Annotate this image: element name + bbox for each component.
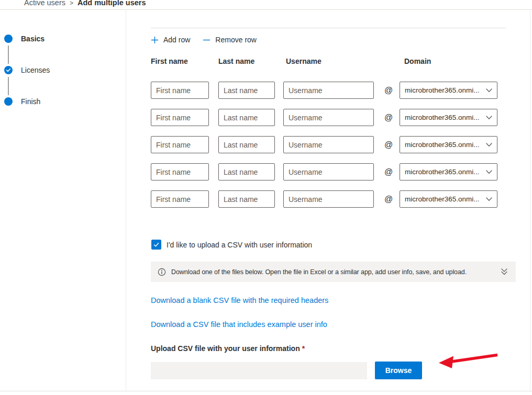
csv-upload-checkbox[interactable]: [151, 240, 161, 250]
top-divider: [0, 9, 532, 10]
at-symbol: @: [382, 109, 395, 126]
at-symbol: @: [382, 136, 395, 153]
sidebar-content-divider: [126, 10, 126, 391]
column-header-first-name: First name: [151, 57, 188, 65]
remove-row-button[interactable]: Remove row: [203, 35, 259, 45]
table-row: @ microbrother365.onmi...: [151, 82, 517, 99]
breadcrumb: Active users > Add multiple users: [24, 0, 146, 7]
column-header-domain: Domain: [404, 57, 431, 65]
last-name-input[interactable]: [218, 136, 275, 153]
at-symbol: @: [382, 163, 395, 180]
username-input[interactable]: [283, 163, 374, 180]
domain-dropdown-value: microbrother365.onmi...: [405, 114, 480, 121]
step-label-basics: Basics: [21, 35, 45, 43]
row-toolbar: Add row Remove row: [151, 35, 259, 45]
minus-icon: [203, 36, 210, 44]
username-input[interactable]: [283, 136, 374, 153]
table-row: @ microbrother365.onmi...: [151, 109, 517, 126]
chevron-down-icon: [486, 143, 492, 147]
wizard-step-finish[interactable]: Finish: [0, 97, 126, 106]
csv-upload-checkbox-row[interactable]: I'd like to upload a CSV with user infor…: [151, 240, 312, 250]
first-name-input[interactable]: [151, 163, 209, 180]
download-example-csv-link[interactable]: Download a CSV file that includes exampl…: [151, 320, 327, 329]
browse-button[interactable]: Browse: [375, 362, 422, 379]
download-blank-csv-link[interactable]: Download a blank CSV file with the requi…: [151, 296, 328, 304]
domain-dropdown[interactable]: microbrother365.onmi...: [400, 163, 497, 180]
domain-dropdown[interactable]: microbrother365.onmi...: [400, 82, 497, 99]
last-name-input[interactable]: [218, 190, 275, 208]
column-header-last-name: Last name: [218, 57, 254, 65]
chevron-down-icon: [486, 88, 492, 93]
csv-file-field[interactable]: [151, 362, 367, 379]
domain-dropdown-value: microbrother365.onmi...: [405, 141, 480, 149]
step-dot-basics: [4, 35, 13, 43]
domain-dropdown-value: microbrother365.onmi...: [405, 195, 480, 203]
username-input[interactable]: [283, 109, 374, 126]
table-row: @ microbrother365.onmi...: [151, 136, 517, 153]
content-top-divider: [151, 28, 506, 28]
double-chevron-down-icon: [501, 268, 508, 276]
wizard-step-licenses[interactable]: Licenses: [0, 66, 126, 74]
add-row-button[interactable]: Add row: [151, 35, 192, 45]
user-rows: @ microbrother365.onmi... @ microbrother…: [151, 82, 517, 218]
domain-dropdown-value: microbrother365.onmi...: [405, 86, 480, 94]
wizard-step-basics[interactable]: Basics: [0, 35, 126, 43]
upload-csv-label-text: Upload CSV file with your user informati…: [151, 344, 300, 353]
first-name-input[interactable]: [151, 136, 209, 153]
at-symbol: @: [382, 190, 395, 208]
column-header-username: Username: [286, 57, 322, 65]
first-name-input[interactable]: [151, 82, 209, 99]
chevron-down-icon: [486, 116, 492, 120]
breadcrumb-current-page: Add multiple users: [77, 0, 146, 7]
remove-row-label: Remove row: [215, 36, 257, 44]
csv-upload-checkbox-label: I'd like to upload a CSV with user infor…: [167, 241, 312, 249]
domain-dropdown[interactable]: microbrother365.onmi...: [400, 109, 497, 126]
upload-csv-label: Upload CSV file with your user informati…: [151, 344, 305, 353]
last-name-input[interactable]: [218, 82, 275, 99]
first-name-input[interactable]: [151, 109, 209, 126]
upload-row: Browse: [151, 362, 422, 379]
bottom-divider: [0, 391, 532, 391]
username-input[interactable]: [283, 190, 374, 208]
info-banner: Download one of the files below. Open th…: [151, 262, 516, 282]
step-label-finish: Finish: [21, 97, 40, 106]
plus-icon: [151, 36, 159, 44]
checkmark-icon: [153, 241, 160, 248]
step-connector: [8, 46, 9, 64]
domain-dropdown[interactable]: microbrother365.onmi...: [400, 136, 497, 153]
required-asterisk: *: [302, 344, 305, 353]
step-connector: [8, 77, 9, 95]
table-row: @ microbrother365.onmi...: [151, 190, 517, 208]
step-label-licenses: Licenses: [21, 66, 50, 74]
info-banner-text: Download one of the files below. Open th…: [171, 268, 467, 276]
table-row: @ microbrother365.onmi...: [151, 163, 517, 180]
breadcrumb-active-users[interactable]: Active users: [24, 0, 65, 7]
breadcrumb-separator-icon: >: [70, 0, 73, 7]
username-input[interactable]: [283, 82, 374, 99]
last-name-input[interactable]: [218, 163, 275, 180]
banner-expand-button[interactable]: [500, 267, 509, 277]
panel-right-border: [530, 10, 530, 391]
domain-dropdown-value: microbrother365.onmi...: [405, 168, 480, 176]
chevron-down-icon: [486, 197, 492, 201]
first-name-input[interactable]: [151, 190, 209, 208]
at-symbol: @: [382, 82, 395, 99]
checkmark-icon: [6, 67, 11, 73]
info-icon: [158, 268, 166, 276]
chevron-down-icon: [486, 170, 492, 174]
add-row-label: Add row: [163, 36, 190, 44]
step-dot-finish: [4, 97, 13, 106]
domain-dropdown[interactable]: microbrother365.onmi...: [400, 190, 497, 208]
step-dot-licenses-completed: [4, 66, 13, 74]
last-name-input[interactable]: [218, 109, 275, 126]
annotation-arrow: [436, 347, 502, 369]
